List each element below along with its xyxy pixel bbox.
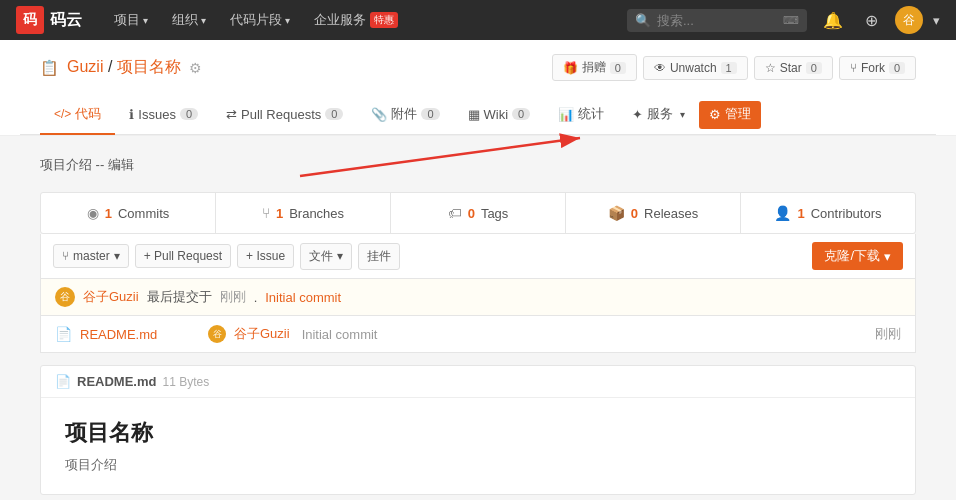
file-name-link[interactable]: README.md: [80, 327, 200, 342]
branch-icon: ⑂: [62, 249, 69, 263]
tab-issues[interactable]: ℹ Issues 0: [115, 97, 212, 134]
repo-owner-link[interactable]: Guzii: [67, 58, 103, 75]
chevron-down-icon: ▾: [114, 249, 120, 263]
chevron-down-icon: ▾: [285, 15, 290, 26]
chevron-down-icon: ▾: [337, 249, 343, 263]
stats-bar: ◉ 1 Commits ⑂ 1 Branches 🏷 0 Tags 📦 0 Re…: [40, 192, 916, 234]
star-icon: ☆: [765, 61, 776, 75]
release-icon: 📦: [608, 205, 625, 221]
tab-code[interactable]: </> 代码: [40, 95, 115, 135]
readme-title: 项目名称: [65, 418, 891, 448]
committer-avatar: 谷: [55, 287, 75, 307]
fork-btn[interactable]: ⑂ Fork 0: [839, 56, 916, 80]
tag-icon: 🏷: [448, 205, 462, 221]
nav-item-orgs[interactable]: 组织 ▾: [160, 0, 218, 40]
repo-tabs: </> 代码 ℹ Issues 0 ⇄ Pull Requests 0 📎 附件…: [20, 95, 936, 135]
commit-message-link[interactable]: Initial commit: [265, 290, 341, 305]
search-area: 🔍 ⌨: [627, 9, 807, 32]
plus-icon[interactable]: ⊕: [857, 6, 885, 34]
tab-services[interactable]: ✦ 服务 ▾: [618, 95, 699, 135]
keyboard-shortcut-icon: ⌨: [783, 14, 799, 27]
services-icon: ✦: [632, 107, 643, 122]
project-intro: 项目介绍 -- 编辑: [40, 146, 916, 184]
widget-btn[interactable]: 挂件: [358, 243, 400, 270]
clone-download-btn[interactable]: 克隆/下载 ▾: [812, 242, 903, 270]
nav-item-snippets[interactable]: 代码片段 ▾: [218, 0, 302, 40]
pull-request-btn[interactable]: + Pull Request: [135, 244, 231, 268]
chevron-down-icon: ▾: [884, 249, 891, 264]
stat-commits[interactable]: ◉ 1 Commits: [41, 193, 216, 233]
stat-branches[interactable]: ⑂ 1 Branches: [216, 193, 391, 233]
donate-action-btn[interactable]: 🎁 捐赠 0: [552, 54, 637, 81]
chevron-down-icon: ▾: [680, 109, 685, 120]
readme-icon: 📄: [55, 374, 71, 389]
settings-icon[interactable]: ⚙: [189, 60, 202, 76]
readme-header: 📄 README.md 11 Bytes: [41, 366, 915, 398]
logo-text: 码云: [50, 10, 82, 31]
file-row: 📄 README.md 谷 谷子Guzii Initial commit 刚刚: [40, 316, 916, 353]
unwatch-btn[interactable]: 👁 Unwatch 1: [643, 56, 748, 80]
tab-wiki[interactable]: ▦ Wiki 0: [454, 97, 545, 134]
readme-card: 📄 README.md 11 Bytes 项目名称 项目介绍: [40, 365, 916, 495]
repo-icon: 📋: [40, 59, 59, 77]
chevron-down-icon: ▾: [201, 15, 206, 26]
chevron-down-icon[interactable]: ▾: [933, 13, 940, 28]
file-committer-avatar: 谷: [208, 325, 226, 343]
user-avatar[interactable]: 谷: [895, 6, 923, 34]
search-icon: 🔍: [635, 13, 651, 28]
stats-icon: 📊: [558, 107, 574, 122]
issues-icon: ℹ: [129, 107, 134, 122]
logo-area[interactable]: 码 码云: [16, 6, 82, 34]
commit-info-row: 谷 谷子Guzii 最后提交于 刚刚 . Initial commit: [40, 279, 916, 316]
commit-icon: ◉: [87, 205, 99, 221]
readme-filename: README.md: [77, 374, 156, 389]
fork-icon: ⑂: [850, 61, 857, 75]
readme-description: 项目介绍: [65, 456, 891, 474]
manage-icon: ⚙: [709, 107, 721, 122]
wiki-icon: ▦: [468, 107, 480, 122]
logo-icon: 码: [16, 6, 44, 34]
branch-selector[interactable]: ⑂ master ▾: [53, 244, 129, 268]
tab-stats[interactable]: 📊 统计: [544, 95, 618, 135]
contributor-icon: 👤: [774, 205, 791, 221]
tab-attachments[interactable]: 📎 附件 0: [357, 95, 453, 135]
star-btn[interactable]: ☆ Star 0: [754, 56, 833, 80]
committer-link[interactable]: 谷子Guzii: [83, 288, 139, 306]
stat-releases[interactable]: 📦 0 Releases: [566, 193, 741, 233]
branch-bar: ⑂ master ▾ + Pull Request + Issue 文件 ▾ 挂…: [40, 234, 916, 279]
nav-items: 项目 ▾ 组织 ▾ 代码片段 ▾ 企业服务 特惠: [102, 0, 627, 40]
attachment-icon: 📎: [371, 107, 387, 122]
gift-icon: 🎁: [563, 61, 578, 75]
code-icon: </>: [54, 107, 71, 121]
nav-item-enterprise[interactable]: 企业服务 特惠: [302, 0, 410, 40]
issue-btn[interactable]: + Issue: [237, 244, 294, 268]
eye-icon: 👁: [654, 61, 666, 75]
tab-manage[interactable]: ⚙ 管理: [699, 101, 761, 129]
readme-size: 11 Bytes: [162, 375, 209, 389]
branch-icon: ⑂: [262, 205, 270, 221]
enterprise-badge: 特惠: [370, 12, 398, 28]
bell-icon[interactable]: 🔔: [819, 6, 847, 34]
file-btn[interactable]: 文件 ▾: [300, 243, 352, 270]
stat-contributors[interactable]: 👤 1 Contributors: [741, 193, 915, 233]
repo-name-link[interactable]: 项目名称: [117, 58, 181, 75]
nav-right-icons: 🔔 ⊕ 谷 ▾: [819, 6, 940, 34]
file-icon: 📄: [55, 326, 72, 342]
repo-path: Guzii / 项目名称: [67, 57, 181, 78]
nav-item-projects[interactable]: 项目 ▾: [102, 0, 160, 40]
chevron-down-icon: ▾: [143, 15, 148, 26]
tab-pull-requests[interactable]: ⇄ Pull Requests 0: [212, 97, 357, 134]
repo-title-area: 📋 Guzii / 项目名称 ⚙: [40, 57, 202, 78]
file-committer-link[interactable]: 谷子Guzii: [234, 325, 290, 343]
search-input[interactable]: [657, 13, 777, 28]
readme-body: 项目名称 项目介绍: [41, 398, 915, 494]
stat-tags[interactable]: 🏷 0 Tags: [391, 193, 566, 233]
top-navbar: 码 码云 项目 ▾ 组织 ▾ 代码片段 ▾ 企业服务 特惠 🔍 ⌨ 🔔 ⊕ 谷 …: [0, 0, 956, 40]
pr-icon: ⇄: [226, 107, 237, 122]
repo-actions: 🎁 捐赠 0 👁 Unwatch 1 ☆ Star 0 ⑂ Fork 0: [552, 54, 916, 81]
